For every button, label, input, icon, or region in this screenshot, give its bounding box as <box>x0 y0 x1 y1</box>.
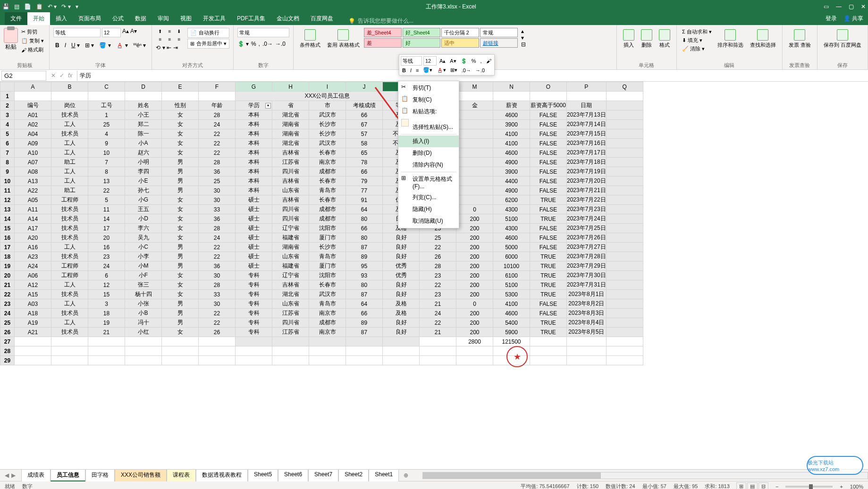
cell[interactable]: 优秀 <box>383 261 420 271</box>
cell[interactable]: FALSE <box>530 177 567 186</box>
mini-border-icon[interactable]: ⊞▾ <box>449 67 459 74</box>
cell[interactable] <box>606 346 643 356</box>
cell[interactable]: 30 <box>199 186 236 195</box>
cell[interactable] <box>456 158 493 167</box>
cell[interactable]: 33 <box>199 205 236 214</box>
cell[interactable]: 13 <box>88 177 125 186</box>
col-header-M[interactable]: M <box>456 82 493 92</box>
cell[interactable]: 小G <box>125 195 162 205</box>
cell[interactable]: 200 <box>456 280 493 290</box>
cell[interactable]: 李四 <box>125 167 162 177</box>
cell[interactable]: A12 <box>15 280 51 290</box>
row-header-24[interactable]: 24 <box>0 309 15 318</box>
cell[interactable]: 9 <box>88 139 125 148</box>
cell[interactable] <box>162 92 199 101</box>
cell[interactable]: 3900 <box>493 120 530 129</box>
cell[interactable]: 本科 <box>236 129 272 139</box>
cell[interactable] <box>606 299 643 309</box>
cell[interactable] <box>606 337 643 346</box>
cell[interactable]: 30 <box>199 195 236 205</box>
cell[interactable]: 25 <box>88 120 125 129</box>
cell[interactable]: 22 <box>199 139 236 148</box>
col-header-O[interactable]: O <box>530 82 567 92</box>
cell[interactable] <box>606 167 643 177</box>
style-thousand[interactable]: 千位分隔 2 <box>441 28 479 37</box>
cell[interactable]: 22 <box>199 318 236 328</box>
cell[interactable]: TRUE <box>530 271 567 280</box>
cell[interactable]: 吴九 <box>125 233 162 243</box>
cell[interactable]: TRUE <box>530 214 567 224</box>
page-layout-view-icon[interactable]: ▤ <box>747 482 758 489</box>
cell[interactable]: 成都市 <box>309 205 346 214</box>
cell[interactable]: 2023年8月4日 <box>567 318 607 328</box>
cell[interactable]: 0 <box>456 205 493 214</box>
row-header-20[interactable]: 20 <box>0 271 15 280</box>
clear-button[interactable]: 🧹 清除 ▾ <box>681 45 713 53</box>
cell[interactable]: 男 <box>162 261 199 271</box>
cell[interactable]: 2023年7月16日 <box>567 139 607 148</box>
cell[interactable]: 女 <box>162 224 199 233</box>
menu-copy[interactable]: 📋复制(C) <box>398 94 459 106</box>
cell[interactable]: 吉林省 <box>272 148 309 158</box>
cell[interactable]: 沈阳市 <box>309 271 346 280</box>
cell[interactable] <box>606 186 643 195</box>
zoom-slider[interactable] <box>785 486 833 488</box>
header-cell[interactable]: 薪资 <box>493 101 530 110</box>
cell[interactable]: 66 <box>346 309 383 318</box>
autosum-button[interactable]: Σ 自动求和 ▾ <box>681 28 713 36</box>
format-table-button[interactable]: 套用 表格格式 <box>325 28 362 50</box>
cell[interactable] <box>606 158 643 167</box>
cancel-formula-icon[interactable]: ✕ <box>51 72 56 79</box>
row-header-14[interactable]: 14 <box>0 214 15 224</box>
cell[interactable]: 200 <box>456 290 493 299</box>
cell[interactable] <box>606 92 643 101</box>
cell[interactable]: 2023年7月22日 <box>567 195 607 205</box>
cell[interactable]: 4 <box>88 129 125 139</box>
cell[interactable]: 2023年7月19日 <box>567 167 607 177</box>
col-header-A[interactable]: A <box>15 82 51 92</box>
cell[interactable]: 小F <box>125 271 162 280</box>
cell[interactable]: 91 <box>346 195 383 205</box>
cell[interactable] <box>88 346 125 356</box>
cell[interactable]: 成都市 <box>309 214 346 224</box>
cell[interactable]: 女 <box>162 233 199 243</box>
cell[interactable]: 女 <box>162 139 199 148</box>
cell[interactable]: A19 <box>15 318 51 328</box>
cell[interactable]: 36 <box>199 214 236 224</box>
cell[interactable]: 湖北省 <box>272 139 309 148</box>
cell[interactable]: 本科 <box>236 186 272 195</box>
cell[interactable] <box>606 233 643 243</box>
cell[interactable]: 优秀 <box>383 271 420 280</box>
cell[interactable]: 5400 <box>493 318 530 328</box>
cell[interactable]: 5900 <box>493 328 530 337</box>
cell[interactable]: 吉林省 <box>272 280 309 290</box>
cell[interactable]: 福建省 <box>272 261 309 271</box>
cell[interactable] <box>420 346 456 356</box>
mini-dec-dec-icon[interactable]: →.0 <box>474 67 486 74</box>
cell[interactable] <box>606 195 643 205</box>
merge-center-button[interactable]: ⊞ 合并后居中 ▾ <box>187 39 229 49</box>
cell[interactable]: 山东省 <box>272 186 309 195</box>
cell[interactable]: 专科 <box>236 328 272 337</box>
cell[interactable]: 7 <box>88 158 125 167</box>
cell[interactable]: 湖北省 <box>272 290 309 299</box>
cell[interactable] <box>51 92 88 101</box>
cell[interactable]: 66 <box>346 110 383 120</box>
cell[interactable]: A17 <box>15 224 51 233</box>
cell[interactable]: 64 <box>346 205 383 214</box>
tell-me[interactable]: 💡 告诉我您想要做什么... <box>348 17 413 25</box>
ribbon-options-icon[interactable]: ▭ <box>824 3 829 10</box>
cell[interactable]: A03 <box>15 299 51 309</box>
italic-button[interactable]: I <box>63 41 68 50</box>
menu-paste-special[interactable]: 选择性粘贴(S)... <box>398 121 459 133</box>
styles-scroll-up[interactable]: ▴ <box>521 28 526 34</box>
cell[interactable]: 工程师 <box>51 195 88 205</box>
cell[interactable]: 5300 <box>493 290 530 299</box>
cell[interactable]: 58 <box>346 139 383 148</box>
cell[interactable] <box>606 280 643 290</box>
percent-icon[interactable]: % <box>251 41 256 47</box>
cell[interactable] <box>456 177 493 186</box>
header-cell[interactable]: 学历▾ <box>236 101 272 110</box>
cell[interactable] <box>162 356 199 365</box>
cell[interactable]: 0 <box>456 299 493 309</box>
